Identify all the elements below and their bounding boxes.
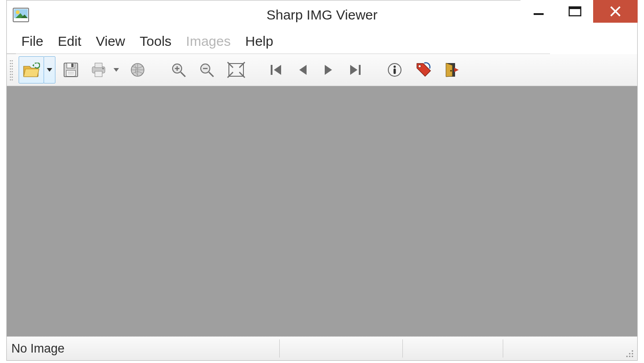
app-window: Sharp IMG Viewer File — [6, 0, 638, 361]
svg-point-2 — [16, 10, 20, 14]
skip-first-icon — [269, 63, 283, 77]
svg-marker-63 — [446, 63, 452, 77]
toolbar-grip[interactable] — [10, 59, 14, 81]
save-icon — [63, 62, 79, 78]
image-info-button[interactable] — [383, 56, 406, 83]
svg-point-24 — [10, 79, 11, 81]
maximize-icon — [569, 6, 581, 16]
fit-to-screen-icon — [227, 62, 245, 78]
svg-rect-30 — [71, 64, 74, 67]
svg-rect-66 — [632, 350, 633, 352]
svg-point-59 — [394, 66, 396, 68]
svg-rect-57 — [359, 65, 361, 75]
first-image-button[interactable] — [265, 56, 287, 83]
svg-point-19 — [12, 71, 13, 73]
exit-icon — [444, 62, 461, 78]
svg-point-20 — [10, 74, 11, 75]
svg-line-45 — [209, 72, 213, 77]
zoom-fit-button[interactable] — [223, 56, 249, 83]
window-controls — [520, 0, 638, 23]
zoom-in-button[interactable] — [167, 56, 191, 83]
svg-rect-70 — [629, 356, 630, 357]
zoom-out-button[interactable] — [195, 56, 219, 83]
menu-file[interactable]: File — [14, 29, 50, 53]
svg-marker-53 — [274, 65, 281, 75]
svg-point-16 — [10, 69, 11, 70]
svg-rect-31 — [66, 70, 75, 76]
toolbar — [7, 54, 637, 86]
menu-help[interactable]: Help — [238, 29, 281, 53]
status-cell-4 — [503, 337, 637, 360]
minimize-icon — [533, 5, 545, 17]
zoom-in-icon — [171, 62, 187, 78]
svg-line-48 — [228, 62, 233, 68]
last-image-button[interactable] — [344, 56, 367, 83]
status-cell-3 — [403, 337, 503, 360]
menu-edit[interactable]: Edit — [50, 29, 89, 53]
title-bar: Sharp IMG Viewer — [7, 0, 637, 29]
info-icon — [387, 62, 402, 78]
print-button[interactable] — [86, 56, 111, 83]
svg-rect-60 — [394, 69, 396, 74]
svg-rect-7 — [569, 7, 581, 9]
svg-rect-36 — [95, 71, 102, 77]
svg-line-50 — [228, 72, 233, 78]
svg-rect-52 — [271, 65, 272, 75]
exit-button[interactable] — [440, 56, 465, 83]
next-icon — [323, 63, 335, 77]
tag-button[interactable] — [410, 56, 436, 83]
maximize-button[interactable] — [557, 0, 593, 23]
previous-image-button[interactable] — [291, 56, 314, 83]
save-button[interactable] — [59, 56, 83, 83]
svg-point-17 — [12, 69, 13, 70]
open-button[interactable] — [19, 56, 44, 83]
open-recent-dropdown[interactable] — [44, 56, 55, 83]
svg-point-11 — [12, 60, 13, 62]
close-button[interactable] — [593, 0, 638, 23]
menu-view[interactable]: View — [89, 29, 132, 53]
svg-marker-54 — [299, 65, 307, 75]
app-icon — [12, 7, 30, 23]
status-cell-2 — [280, 337, 402, 360]
print-dropdown[interactable] — [110, 56, 122, 83]
svg-rect-71 — [632, 356, 633, 357]
svg-rect-68 — [632, 353, 633, 354]
svg-point-21 — [12, 74, 13, 75]
svg-rect-67 — [629, 353, 630, 354]
open-in-browser-button[interactable] — [126, 56, 149, 83]
minimize-button[interactable] — [520, 0, 557, 23]
menu-bar: File Edit View Tools Images Help — [7, 29, 550, 54]
chevron-down-icon — [113, 68, 119, 72]
svg-line-41 — [181, 72, 185, 77]
tag-icon — [414, 62, 432, 78]
open-folder-icon — [23, 63, 40, 77]
next-image-button[interactable] — [317, 56, 340, 83]
svg-marker-55 — [325, 65, 332, 75]
svg-marker-27 — [47, 68, 52, 72]
skip-last-icon — [348, 63, 362, 77]
svg-marker-64 — [454, 68, 459, 72]
resize-grip[interactable] — [624, 348, 634, 358]
svg-point-23 — [12, 77, 13, 78]
svg-rect-29 — [67, 63, 75, 68]
svg-rect-5 — [534, 13, 544, 15]
svg-point-65 — [450, 70, 451, 71]
svg-line-51 — [239, 72, 245, 78]
status-bar: No Image — [7, 336, 637, 360]
svg-point-25 — [12, 79, 13, 81]
svg-point-12 — [10, 63, 11, 64]
status-message: No Image — [7, 337, 279, 360]
menu-tools[interactable]: Tools — [133, 29, 179, 53]
zoom-out-icon — [199, 62, 215, 78]
svg-point-10 — [10, 60, 11, 62]
svg-marker-26 — [32, 64, 34, 67]
svg-point-14 — [10, 66, 11, 67]
previous-icon — [297, 63, 308, 77]
svg-rect-69 — [626, 356, 628, 357]
svg-marker-38 — [114, 68, 119, 72]
svg-point-18 — [10, 71, 11, 73]
menu-images: Images — [179, 29, 238, 53]
print-icon — [90, 62, 107, 78]
globe-icon — [130, 62, 145, 78]
svg-point-22 — [10, 77, 11, 78]
